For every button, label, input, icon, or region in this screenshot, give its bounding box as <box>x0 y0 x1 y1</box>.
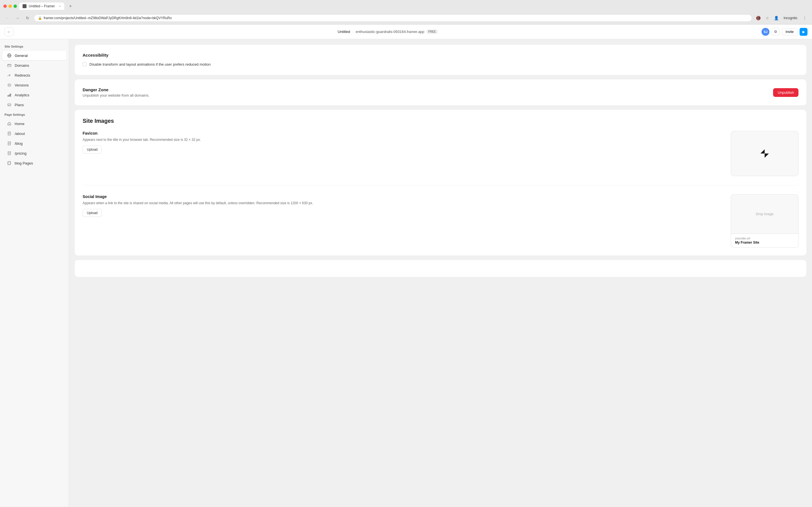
forward-button[interactable]: → <box>13 14 21 22</box>
accessibility-card: Accessibility Disable transform and layo… <box>75 45 806 75</box>
header-back-button[interactable]: ← <box>4 27 13 36</box>
page-icon <box>7 131 12 136</box>
play-icon: ▶ <box>802 30 805 34</box>
header-title: Untitled · enthusiastic-guardrails-09316… <box>17 30 758 34</box>
svg-rect-10 <box>9 94 10 97</box>
redirect-icon <box>7 73 12 78</box>
sidebar-item-redirects[interactable]: Redirects <box>2 70 66 80</box>
page-icon <box>7 151 12 156</box>
sidebar-item-blog-pages[interactable]: blog Pages <box>2 158 66 168</box>
header-actions: SJ ⚙ Invite ▶ <box>762 28 808 36</box>
social-image-section: Social Image Appears when a link to the … <box>83 194 799 247</box>
project-name: Untitled <box>338 30 350 34</box>
accessibility-checkbox-row: Disable transform and layout animations … <box>83 62 799 67</box>
sidebar-item-plans[interactable]: Plans <box>2 100 66 110</box>
social-image-upload-button[interactable]: Upload <box>83 209 102 217</box>
incognito-button[interactable]: Incognito <box>781 15 800 21</box>
sidebar-item-label: Domains <box>15 63 29 68</box>
sidebar-item-label: blog Pages <box>15 161 33 165</box>
browser-chrome: Untitled – Framer × + ← → ↻ 🔒 framer.com… <box>0 0 812 24</box>
sidebar-item-versions[interactable]: Versions <box>2 80 66 90</box>
sidebar-item-label: Home <box>15 122 24 126</box>
social-image-drop-area[interactable]: Drop Image <box>731 194 799 234</box>
play-button[interactable]: ▶ <box>800 28 808 36</box>
unpublish-button[interactable]: Unpublish <box>773 88 799 97</box>
favicon-info: Favicon Appears next to the title in you… <box>83 131 724 176</box>
sidebar-item-home[interactable]: Home <box>2 119 66 128</box>
social-image-description: Appears when a link to the site is share… <box>83 201 724 206</box>
lock-icon: 🔒 <box>38 16 42 20</box>
browser-tab[interactable]: Untitled – Framer × <box>19 3 64 10</box>
danger-info: Danger Zone Unpublish your website from … <box>83 87 149 98</box>
sidebar-item-general[interactable]: General <box>2 51 66 60</box>
site-images-title: Site Images <box>83 118 799 124</box>
favicon-upload-button[interactable]: Upload <box>83 146 102 154</box>
new-tab-button[interactable]: + <box>66 2 74 10</box>
main-content: Accessibility Disable transform and layo… <box>69 39 812 507</box>
close-dot[interactable] <box>3 4 7 8</box>
svg-point-8 <box>8 83 11 87</box>
tab-favicon <box>22 4 27 8</box>
minimize-dot[interactable] <box>8 4 12 8</box>
cast-button[interactable]: 📵 <box>754 14 762 22</box>
reload-button[interactable]: ↻ <box>24 14 32 22</box>
browser-dots <box>3 4 17 8</box>
accessibility-title: Accessibility <box>83 53 799 57</box>
gear-icon: ⚙ <box>774 30 777 34</box>
header-separator: · <box>352 30 354 34</box>
invite-button[interactable]: Invite <box>782 28 797 36</box>
sidebar-item-pricing[interactable]: /pricing <box>2 149 66 158</box>
danger-zone-title: Danger Zone <box>83 87 149 92</box>
site-images-card: Site Images Favicon Appears next to the … <box>75 110 806 256</box>
favicon-description: Appears next to the title in your browse… <box>83 137 724 142</box>
maximize-dot[interactable] <box>13 4 17 8</box>
page-icon <box>7 141 12 146</box>
danger-zone-row: Danger Zone Unpublish your website from … <box>83 87 799 98</box>
sidebar-item-label: General <box>15 54 28 58</box>
sidebar-item-domains[interactable]: Domains <box>2 61 66 70</box>
framer-logo-icon <box>759 148 770 159</box>
social-image-meta-url: yoursite.url <box>735 237 794 240</box>
svg-rect-3 <box>8 64 11 67</box>
bookmark-button[interactable]: ☆ <box>763 14 771 22</box>
social-image-info: Social Image Appears when a link to the … <box>83 194 724 247</box>
sidebar-item-analytics[interactable]: Analytics <box>2 90 66 100</box>
sidebar-item-label: Plans <box>15 103 24 107</box>
user-avatar[interactable]: SJ <box>762 28 769 36</box>
profile-button[interactable]: 👤 <box>772 14 780 22</box>
address-bar[interactable]: 🔒 framer.com/projects/Untitled--mZ98oDWa… <box>34 14 752 22</box>
sidebar-item-label: /blog <box>15 142 22 146</box>
sidebar: Site Settings General <box>0 39 69 507</box>
settings-button[interactable]: ⚙ <box>772 28 779 36</box>
svg-point-5 <box>8 64 8 65</box>
danger-zone-description: Unpublish your website from all domains. <box>83 93 149 98</box>
danger-zone-card: Danger Zone Unpublish your website from … <box>75 79 806 105</box>
header-domain: enthusiastic-guardrails-093164.framer.ap… <box>356 30 424 34</box>
accessibility-checkbox[interactable] <box>83 62 87 66</box>
back-button[interactable]: ← <box>3 14 11 22</box>
svg-rect-9 <box>8 95 8 97</box>
plans-icon <box>7 102 12 107</box>
social-image-meta-title: My Framer Site <box>735 240 794 244</box>
sidebar-item-label: Redirects <box>15 73 30 77</box>
site-settings-title: Site Settings <box>0 45 69 50</box>
social-image-meta: yoursite.url My Framer Site <box>731 234 799 247</box>
favicon-section: Favicon Appears next to the title in you… <box>83 131 799 185</box>
sidebar-item-label: /about <box>15 131 25 136</box>
app-header: ← Untitled · enthusiastic-guardrails-093… <box>0 24 812 39</box>
sidebar-item-about[interactable]: /about <box>2 129 66 138</box>
sidebar-item-blog[interactable]: /blog <box>2 138 66 148</box>
page-settings-title: Page Settings <box>0 113 69 119</box>
more-button[interactable]: ⋮ <box>801 14 809 22</box>
versions-icon <box>7 82 12 88</box>
tab-close-button[interactable]: × <box>59 4 61 8</box>
drop-image-text: Drop Image <box>756 212 774 216</box>
back-arrow-icon: ← <box>7 30 11 34</box>
pages-icon <box>7 161 12 166</box>
additional-card <box>75 260 806 277</box>
domain-icon <box>7 63 12 68</box>
social-image-layout: Social Image Appears when a link to the … <box>83 194 799 247</box>
tab-title: Untitled – Framer <box>29 4 55 8</box>
svg-point-7 <box>8 84 10 86</box>
social-image-name: Social Image <box>83 194 724 199</box>
